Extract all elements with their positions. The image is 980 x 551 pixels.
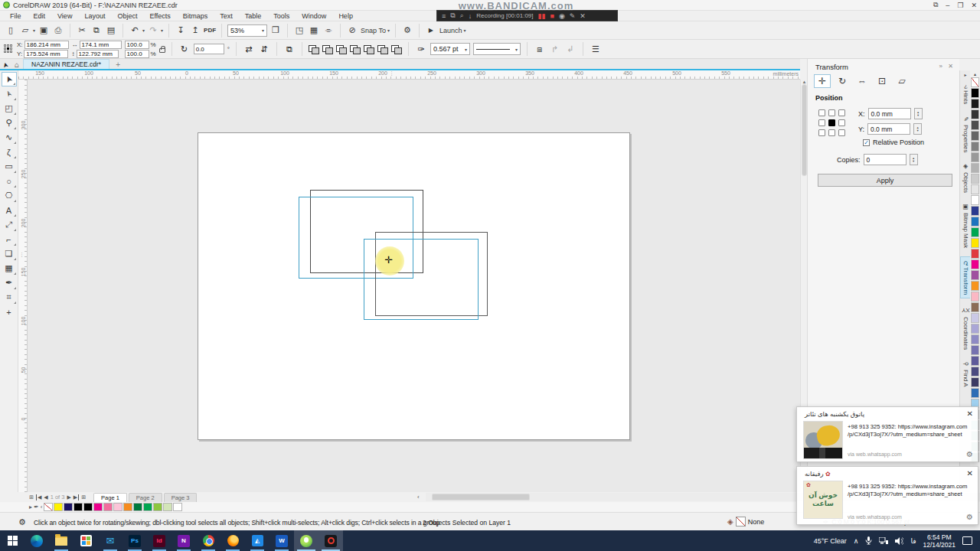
line-style-select[interactable]: ▾ bbox=[473, 43, 521, 55]
language-indicator[interactable]: فا bbox=[910, 537, 916, 545]
color-swatch[interactable] bbox=[971, 324, 979, 334]
status-gear-icon[interactable]: ⚙ bbox=[18, 517, 26, 527]
color-swatch[interactable] bbox=[971, 281, 979, 292]
docker-y-field[interactable]: 0.0 mm bbox=[867, 123, 910, 135]
notification-close-icon[interactable]: ✕ bbox=[967, 409, 973, 418]
whatsapp-notification-2[interactable]: ✿ رفیقانه ✕ ✿ خوش آن ساعت +98 913 325 93… bbox=[796, 466, 978, 525]
redo-icon[interactable]: ↷ bbox=[147, 24, 159, 37]
camera-icon[interactable]: ◉ bbox=[559, 12, 565, 20]
menu-item[interactable]: Text bbox=[214, 11, 238, 21]
close-button[interactable]: ✕ bbox=[971, 2, 977, 9]
whatsapp-notification-1[interactable]: پاتوق یکشنبه های تئاتر ✕ +98 913 325 935… bbox=[796, 406, 978, 462]
palette-flyout-icon[interactable]: ▸ bbox=[29, 504, 32, 510]
show-guidelines-icon[interactable]: ⌯ bbox=[322, 24, 335, 37]
color-swatch[interactable] bbox=[971, 217, 979, 227]
taskbar-bandicam[interactable] bbox=[318, 530, 343, 551]
menu-item[interactable]: Tools bbox=[268, 11, 295, 21]
launch-dropdown[interactable]: ▾ bbox=[463, 28, 466, 33]
menu-item[interactable]: Layout bbox=[79, 11, 110, 21]
toolbox-tool[interactable]: ▦ bbox=[2, 261, 17, 276]
simplify-button[interactable] bbox=[350, 44, 361, 54]
front-minus-back-button[interactable] bbox=[364, 44, 374, 54]
color-swatch[interactable] bbox=[971, 345, 979, 356]
page-tab[interactable]: Page 3 bbox=[164, 493, 198, 502]
taskbar-photoshop[interactable]: Ps bbox=[122, 530, 147, 551]
docker-collapse-icon[interactable]: » bbox=[939, 63, 942, 70]
capture-icon[interactable]: ⧉ bbox=[933, 1, 938, 9]
hscroll-thumb[interactable] bbox=[432, 494, 530, 500]
drawing-canvas[interactable]: ✛ bbox=[28, 80, 800, 492]
toolbox-tool[interactable]: ◰ bbox=[2, 101, 17, 116]
color-swatch[interactable] bbox=[971, 270, 979, 281]
transform-mode-icon[interactable]: ⇔ bbox=[854, 74, 871, 88]
toolbox-tool[interactable]: ▭ bbox=[2, 159, 17, 174]
color-swatch[interactable] bbox=[971, 184, 979, 195]
launch-icon[interactable]: ▶ bbox=[425, 24, 437, 37]
color-swatch[interactable] bbox=[971, 109, 979, 120]
object-width-field[interactable]: 174.1 mm bbox=[80, 41, 122, 49]
doc-color-swatch[interactable] bbox=[113, 503, 122, 511]
color-swatch[interactable] bbox=[971, 259, 979, 270]
show-rulers-icon[interactable]: ◳ bbox=[293, 24, 305, 37]
hscroll-left-arrow[interactable]: ‹ bbox=[417, 494, 420, 500]
color-swatch[interactable] bbox=[971, 356, 979, 367]
properties-list-icon[interactable]: ☰ bbox=[590, 42, 602, 56]
color-swatch[interactable] bbox=[971, 99, 979, 109]
toolbox-tool[interactable]: ⚲ bbox=[2, 116, 17, 130]
docker-x-field[interactable]: 0.0 mm bbox=[868, 108, 911, 119]
minimize-button[interactable]: – bbox=[946, 2, 949, 9]
bandicam-target-icon[interactable]: ⧉ bbox=[450, 11, 455, 20]
object-x-field[interactable]: 186.214 mm bbox=[24, 41, 69, 49]
taskbar-onenote[interactable]: N bbox=[172, 530, 196, 551]
rotation-angle-field[interactable]: 0.0 bbox=[194, 44, 224, 54]
open-dropdown[interactable]: ▾ bbox=[33, 28, 35, 33]
new-document-icon[interactable]: ▯ bbox=[5, 24, 17, 37]
transform-mode-icon[interactable]: ✛ bbox=[814, 74, 831, 88]
relative-position-checkbox[interactable]: ✓ bbox=[863, 139, 870, 146]
color-swatch[interactable] bbox=[971, 249, 979, 259]
start-button[interactable] bbox=[0, 530, 24, 551]
snap-to-button[interactable]: Snap To bbox=[361, 27, 386, 34]
undo-dropdown[interactable]: ▾ bbox=[142, 28, 145, 33]
color-swatch[interactable] bbox=[971, 292, 979, 302]
toolbox-tool[interactable]: ⌐ bbox=[2, 232, 17, 246]
next-page-button[interactable]: ▶ bbox=[67, 494, 70, 500]
palette-eyedropper-icon[interactable]: ✒ bbox=[34, 504, 39, 510]
doc-color-swatch[interactable] bbox=[74, 503, 83, 511]
toolbox-tool[interactable]: ⤢ bbox=[2, 217, 17, 232]
doc-color-swatch[interactable] bbox=[143, 503, 152, 511]
color-swatch[interactable] bbox=[971, 152, 979, 163]
restore-button[interactable]: ❐ bbox=[957, 2, 963, 9]
toolbox-tool[interactable]: ζ bbox=[2, 145, 17, 159]
scale-x-field[interactable]: 100.0 bbox=[125, 41, 149, 49]
transform-mode-icon[interactable]: ↻ bbox=[834, 74, 851, 88]
page-tab[interactable]: Page 1 bbox=[93, 493, 127, 502]
stop-icon[interactable]: ■ bbox=[550, 12, 554, 20]
menu-item[interactable]: Effects bbox=[144, 11, 175, 21]
color-swatch[interactable] bbox=[971, 238, 979, 249]
redo-dropdown[interactable]: ▾ bbox=[161, 28, 163, 33]
weather-status[interactable]: 45°F Clear bbox=[814, 537, 847, 545]
create-boundary-button[interactable] bbox=[391, 44, 402, 54]
notification-settings-icon[interactable]: ⚙ bbox=[966, 513, 973, 521]
palette-scroll-icon[interactable]: ‹ bbox=[41, 504, 43, 510]
copies-spinner[interactable]: ▴▾ bbox=[910, 154, 918, 165]
show-grid-icon[interactable]: ▦ bbox=[308, 24, 320, 37]
lock-ratio-icon[interactable] bbox=[159, 48, 165, 53]
new-document-tab-button[interactable]: + bbox=[109, 60, 126, 69]
doc-color-swatch[interactable] bbox=[93, 503, 103, 511]
copies-field[interactable]: 0 bbox=[864, 154, 906, 165]
snap-to-dropdown[interactable]: ▾ bbox=[387, 28, 390, 33]
overlap-icon[interactable]: ⧉ bbox=[283, 42, 296, 56]
taskbar-indesign[interactable]: Id bbox=[147, 530, 172, 551]
publish-pdf-icon[interactable]: PDF bbox=[204, 24, 216, 37]
color-swatch[interactable] bbox=[971, 377, 979, 388]
taskbar-firefox[interactable] bbox=[220, 530, 245, 551]
doc-color-swatch[interactable] bbox=[163, 503, 172, 511]
toolbox-tool[interactable]: ⌗ bbox=[2, 290, 17, 305]
bandicam-close-icon[interactable]: ✕ bbox=[580, 12, 586, 20]
color-swatch[interactable] bbox=[971, 142, 979, 152]
color-swatch[interactable] bbox=[971, 88, 979, 99]
menu-item[interactable]: Bitmaps bbox=[178, 11, 214, 21]
color-swatch[interactable] bbox=[971, 302, 979, 313]
